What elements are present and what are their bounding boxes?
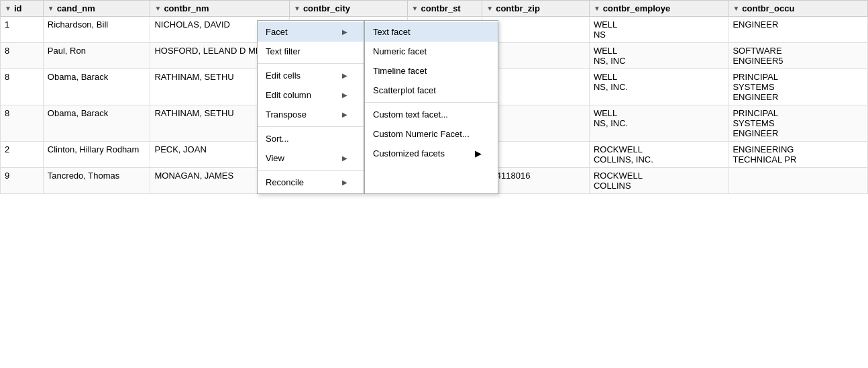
- col-label: contbr_city: [303, 3, 350, 13]
- submenu-arrow-icon: ▶: [342, 28, 347, 36]
- col-header-col-contbr-zip[interactable]: ▼ contbr_zip: [482, 1, 590, 17]
- submenu-arrow-icon: ▶: [342, 111, 347, 118]
- submenu-arrow-icon: ▶: [342, 154, 347, 162]
- col-header-col-contbr-city[interactable]: ▼ contbr_city: [289, 1, 407, 17]
- cell-id: 9: [1, 168, 44, 194]
- menu-separator: [258, 63, 364, 64]
- menu-item-view[interactable]: View▶: [258, 148, 364, 168]
- col-header-col-id[interactable]: ▼ id: [1, 1, 44, 17]
- cell-contbr_employer: WELL NS, INC.: [589, 105, 728, 142]
- sort-icon: ▼: [733, 5, 739, 12]
- menu-item-edit-cells[interactable]: Edit cells▶: [258, 66, 364, 85]
- cell-id: 2: [1, 142, 44, 168]
- submenu-item-numeric-facet[interactable]: Numeric facet: [365, 42, 498, 61]
- sort-icon: ▼: [294, 5, 301, 12]
- menu-item-label: Edit cells: [266, 71, 301, 81]
- cell-contbr_employer: WELL NS, INC: [589, 43, 728, 69]
- col-header-col-cand-nm[interactable]: ▼ cand_nm: [43, 1, 150, 17]
- cell-contbr_employer: WELL NS, INC.: [589, 69, 728, 105]
- sort-icon: ▼: [48, 5, 54, 12]
- submenu-separator: [365, 102, 498, 103]
- menu-overlay: Facet▶Text filterEdit cells▶Edit column▶…: [257, 20, 498, 194]
- cell-contbr_occ: SOFTWARE ENGINEER5: [728, 43, 868, 69]
- sort-icon: ▼: [5, 5, 11, 12]
- cell-id: 8: [1, 69, 44, 105]
- menu-item-transpose[interactable]: Transpose▶: [258, 105, 364, 124]
- menu-item-edit-column[interactable]: Edit column▶: [258, 85, 364, 105]
- sort-icon: ▼: [412, 5, 419, 12]
- cell-contbr_occ: ENGINEER: [728, 17, 868, 43]
- menu-item-label: Reconcile: [266, 177, 304, 187]
- col-label: contbr_employe: [603, 3, 670, 13]
- submenu-arrow-icon: ▶: [342, 72, 347, 79]
- submenu-item-scatterplot-facet[interactable]: Scatterplot facet: [365, 81, 498, 100]
- col-header-col-contbr-employer[interactable]: ▼ contbr_employe: [589, 1, 728, 17]
- header-row: ▼ id ▼ cand_nm ▼ contbr_nm ▼ contbr_city…: [1, 1, 868, 17]
- sort-icon: ▼: [486, 5, 493, 12]
- cell-id: 8: [1, 105, 44, 142]
- col-label: contbr_st: [421, 3, 460, 13]
- cell-cand_nm: Richardson, Bill: [43, 17, 150, 43]
- submenu-item-label: Numeric facet: [373, 46, 427, 56]
- col-label: cand_nm: [57, 3, 95, 13]
- sort-icon: ▼: [154, 5, 161, 12]
- menu-item-text-filter[interactable]: Text filter: [258, 42, 364, 61]
- col-label: contbr_occu: [742, 3, 794, 13]
- submenu-item-label: Text facet: [373, 27, 411, 37]
- cell-id: 8: [1, 43, 44, 69]
- submenu-item-text-facet[interactable]: Text facet: [365, 22, 498, 42]
- cell-contbr_employer: ROCKWELL COLLINS, INC.: [589, 142, 728, 168]
- col-header-col-contbr-st[interactable]: ▼ contbr_st: [407, 1, 482, 17]
- cell-cand_nm: Obama, Barack: [43, 69, 150, 105]
- menu-item-sort[interactable]: Sort...: [258, 129, 364, 148]
- sort-icon: ▼: [594, 5, 600, 12]
- menu-separator: [258, 170, 364, 171]
- table-wrapper: ▼ id ▼ cand_nm ▼ contbr_nm ▼ contbr_city…: [0, 0, 868, 368]
- cell-contbr_occ: [728, 168, 868, 194]
- submenu-item-label: Customized facets: [373, 148, 445, 158]
- facet-submenu: Text facetNumeric facetTimeline facetSca…: [364, 20, 498, 194]
- submenu-item-label: Custom text facet...: [373, 109, 448, 120]
- col-header-col-contbr-nm[interactable]: ▼ contbr_nm: [150, 1, 290, 17]
- menu-item-label: Facet: [266, 27, 288, 37]
- menu-item-label: Edit column: [266, 90, 311, 100]
- menu-item-label: Text filter: [266, 46, 301, 56]
- menu-item-facet[interactable]: Facet▶: [258, 22, 364, 42]
- submenu-arrow-icon: ▶: [475, 148, 482, 158]
- submenu-item-label: Timeline facet: [373, 66, 427, 76]
- col-label: id: [14, 3, 22, 13]
- cell-cand_nm: Obama, Barack: [43, 105, 150, 142]
- submenu-arrow-icon: ▶: [342, 91, 347, 99]
- cell-contbr_occ: PRINCIPAL SYSTEMS ENGINEER: [728, 105, 868, 142]
- menu-item-label: Transpose: [266, 109, 307, 120]
- submenu-item-custom-numeric-facet[interactable]: Custom Numeric Facet...: [365, 124, 498, 144]
- cell-contbr_employer: WELL NS: [589, 17, 728, 43]
- col-label: contbr_zip: [496, 3, 540, 13]
- cell-contbr_employer: ROCKWELL COLLINS: [589, 168, 728, 194]
- menu-item-label: View: [266, 153, 284, 163]
- primary-context-menu: Facet▶Text filterEdit cells▶Edit column▶…: [257, 20, 364, 194]
- submenu-item-label: Custom Numeric Facet...: [373, 129, 470, 139]
- submenu-arrow-icon: ▶: [342, 179, 347, 186]
- col-header-col-contbr-occ[interactable]: ▼ contbr_occu: [728, 1, 868, 17]
- cell-cand_nm: Clinton, Hillary Rodham: [43, 142, 150, 168]
- menu-item-reconcile[interactable]: Reconcile▶: [258, 173, 364, 192]
- cell-contbr_occ: PRINCIPAL SYSTEMS ENGINEER: [728, 69, 868, 105]
- cell-cand_nm: Tancredo, Thomas: [43, 168, 150, 194]
- submenu-item-label: Scatterplot facet: [373, 85, 436, 95]
- menu-item-label: Sort...: [266, 134, 289, 144]
- menu-separator: [258, 126, 364, 127]
- submenu-item-customized-facets[interactable]: Customized facets▶: [365, 144, 498, 163]
- submenu-item-timeline-facet[interactable]: Timeline facet: [365, 61, 498, 81]
- cell-contbr_occ: ENGINEERING TECHNICAL PR: [728, 142, 868, 168]
- cell-id: 1: [1, 17, 44, 43]
- cell-cand_nm: Paul, Ron: [43, 43, 150, 69]
- submenu-item-custom-text-facet[interactable]: Custom text facet...: [365, 105, 498, 124]
- col-label: contbr_nm: [164, 3, 209, 13]
